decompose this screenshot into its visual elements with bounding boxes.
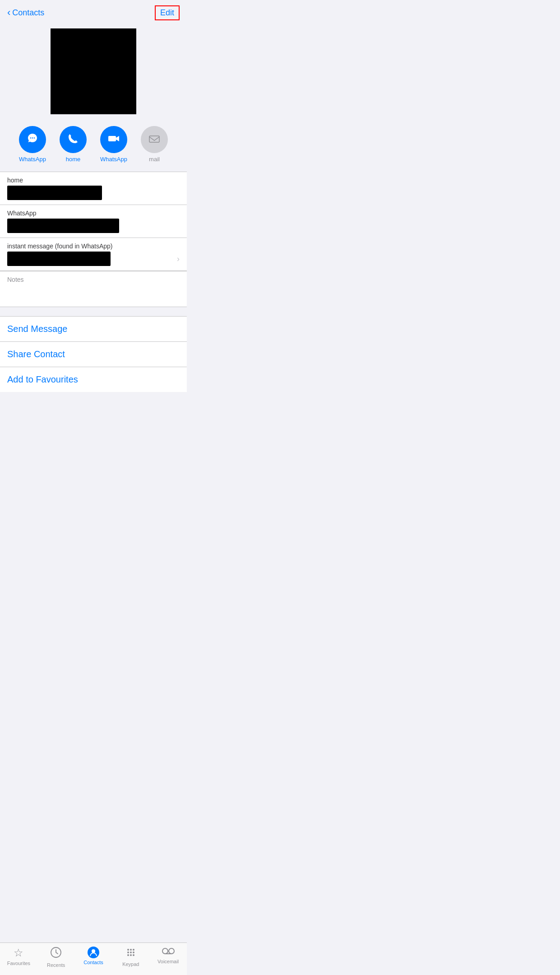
notes-section: Notes [0,271,187,307]
video-icon [107,132,120,147]
whatsapp-message-circle [19,126,46,153]
whatsapp-video-label: WhatsApp [100,156,127,163]
button-section: Send Message Share Contact Add to Favour… [0,316,187,392]
whatsapp-video-circle [100,126,127,153]
back-label: Contacts [12,8,44,18]
whatsapp-value [7,219,180,233]
add-to-favourites-button[interactable]: Add to Favourites [0,367,187,392]
instant-message-row[interactable]: instant message (found in WhatsApp) › [0,238,187,271]
home-call-label: home [66,156,81,163]
action-home-call[interactable]: home [60,126,87,163]
message-icon [26,132,39,147]
phone-icon [67,132,79,147]
home-phone-label: home [7,177,180,184]
home-call-circle [60,126,87,153]
share-contact-button[interactable]: Share Contact [0,342,187,367]
home-phone-value [7,186,180,200]
whatsapp-label: WhatsApp [7,210,180,217]
action-whatsapp-message[interactable]: WhatsApp [19,126,46,163]
mail-label: mail [149,156,160,163]
instant-message-label: instant message (found in WhatsApp) [7,243,180,250]
mail-icon [148,132,161,147]
header: ‹ Contacts Edit [0,0,187,24]
avatar [51,28,136,114]
actions-row: WhatsApp home Whats [0,121,187,172]
whatsapp-message-label: WhatsApp [19,156,46,163]
whatsapp-row: WhatsApp [0,205,187,238]
svg-point-1 [30,137,31,138]
svg-rect-4 [108,136,116,141]
avatar-section [0,24,187,121]
svg-point-3 [34,137,35,138]
home-phone-redacted [7,186,102,200]
back-chevron-icon: ‹ [7,8,10,18]
svg-rect-5 [149,136,159,142]
svg-point-2 [32,137,33,138]
info-section: home WhatsApp instant message (found in … [0,172,187,271]
action-whatsapp-video[interactable]: WhatsApp [100,126,127,163]
notes-label: Notes [7,276,180,283]
chevron-right-icon: › [177,254,180,264]
home-phone-row: home [0,172,187,205]
whatsapp-redacted [7,219,119,233]
instant-message-value: › [7,252,180,266]
mail-circle [141,126,168,153]
send-message-button[interactable]: Send Message [0,317,187,342]
back-button[interactable]: ‹ Contacts [7,8,44,18]
edit-button[interactable]: Edit [155,5,180,20]
instant-message-redacted [7,252,111,266]
action-mail[interactable]: mail [141,126,168,163]
